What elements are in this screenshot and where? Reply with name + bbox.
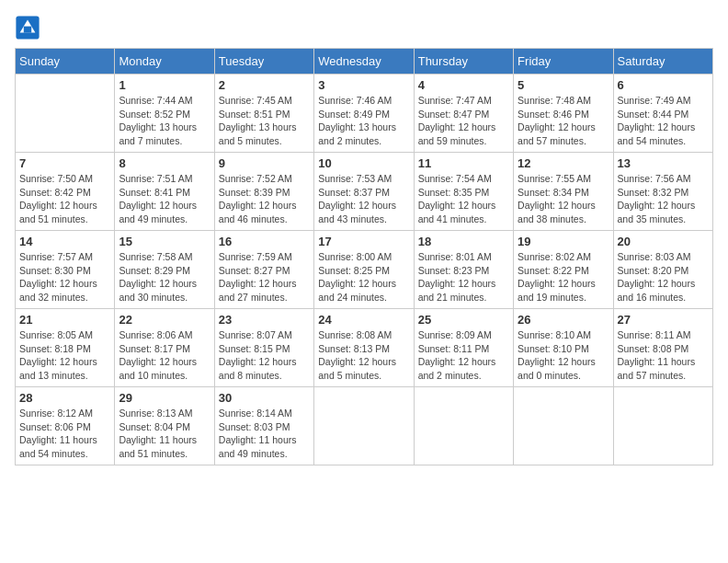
day-cell: 26Sunrise: 8:10 AMSunset: 8:10 PMDayligh… (514, 309, 613, 387)
day-cell: 1Sunrise: 7:44 AMSunset: 8:52 PMDaylight… (115, 75, 214, 153)
day-number: 27 (618, 313, 709, 327)
day-info: Sunrise: 7:58 AMSunset: 8:29 PMDaylight:… (119, 250, 210, 304)
day-number: 22 (119, 313, 210, 327)
day-cell (414, 387, 513, 465)
header-cell-friday: Friday (514, 49, 613, 75)
day-cell: 2Sunrise: 7:45 AMSunset: 8:51 PMDaylight… (214, 75, 313, 153)
day-cell: 6Sunrise: 7:49 AMSunset: 8:44 PMDaylight… (613, 75, 712, 153)
day-cell: 28Sunrise: 8:12 AMSunset: 8:06 PMDayligh… (16, 387, 115, 465)
day-cell: 19Sunrise: 8:02 AMSunset: 8:22 PMDayligh… (514, 231, 613, 309)
day-number: 3 (318, 78, 409, 92)
day-info: Sunrise: 7:45 AMSunset: 8:51 PMDaylight:… (219, 94, 310, 148)
day-number: 29 (119, 391, 210, 405)
calendar-body: 1Sunrise: 7:44 AMSunset: 8:52 PMDaylight… (16, 75, 713, 465)
day-cell (514, 387, 613, 465)
day-cell (314, 387, 414, 465)
header-cell-tuesday: Tuesday (214, 49, 313, 75)
day-number: 25 (418, 313, 509, 327)
day-number: 18 (418, 235, 509, 248)
day-info: Sunrise: 7:48 AMSunset: 8:46 PMDaylight:… (518, 94, 609, 148)
day-info: Sunrise: 7:54 AMSunset: 8:35 PMDaylight:… (418, 172, 509, 226)
header-cell-sunday: Sunday (16, 49, 115, 75)
day-info: Sunrise: 8:13 AMSunset: 8:04 PMDaylight:… (119, 407, 210, 461)
day-cell: 5Sunrise: 7:48 AMSunset: 8:46 PMDaylight… (514, 75, 613, 153)
day-cell: 4Sunrise: 7:47 AMSunset: 8:47 PMDaylight… (414, 75, 513, 153)
day-cell: 23Sunrise: 8:07 AMSunset: 8:15 PMDayligh… (214, 309, 313, 387)
day-number: 5 (518, 78, 609, 92)
day-info: Sunrise: 8:07 AMSunset: 8:15 PMDaylight:… (219, 328, 310, 383)
day-cell: 12Sunrise: 7:55 AMSunset: 8:34 PMDayligh… (514, 153, 613, 231)
day-cell: 14Sunrise: 7:57 AMSunset: 8:30 PMDayligh… (16, 231, 115, 309)
day-info: Sunrise: 7:46 AMSunset: 8:49 PMDaylight:… (318, 94, 409, 148)
page-header (15, 15, 713, 40)
day-cell: 3Sunrise: 7:46 AMSunset: 8:49 PMDaylight… (314, 75, 414, 153)
day-number: 6 (618, 78, 709, 92)
week-row-3: 14Sunrise: 7:57 AMSunset: 8:30 PMDayligh… (16, 231, 713, 309)
day-number: 10 (318, 156, 409, 170)
day-number: 26 (518, 313, 609, 327)
day-cell: 10Sunrise: 7:53 AMSunset: 8:37 PMDayligh… (314, 153, 414, 231)
header-cell-wednesday: Wednesday (314, 49, 414, 75)
week-row-5: 28Sunrise: 8:12 AMSunset: 8:06 PMDayligh… (16, 387, 713, 465)
header-cell-thursday: Thursday (414, 49, 513, 75)
day-info: Sunrise: 7:47 AMSunset: 8:47 PMDaylight:… (418, 94, 509, 148)
day-cell: 27Sunrise: 8:11 AMSunset: 8:08 PMDayligh… (613, 309, 712, 387)
day-info: Sunrise: 8:06 AMSunset: 8:17 PMDaylight:… (119, 328, 210, 383)
day-number: 30 (219, 391, 310, 405)
day-number: 23 (219, 313, 310, 327)
day-cell (613, 387, 712, 465)
day-info: Sunrise: 8:11 AMSunset: 8:08 PMDaylight:… (618, 328, 709, 383)
day-number: 4 (418, 78, 509, 92)
header-cell-saturday: Saturday (613, 49, 712, 75)
day-info: Sunrise: 7:50 AMSunset: 8:42 PMDaylight:… (19, 172, 110, 226)
day-info: Sunrise: 7:52 AMSunset: 8:39 PMDaylight:… (219, 172, 310, 226)
day-cell: 11Sunrise: 7:54 AMSunset: 8:35 PMDayligh… (414, 153, 513, 231)
day-cell: 20Sunrise: 8:03 AMSunset: 8:20 PMDayligh… (613, 231, 712, 309)
day-info: Sunrise: 8:03 AMSunset: 8:20 PMDaylight:… (618, 250, 709, 304)
calendar-header: SundayMondayTuesdayWednesdayThursdayFrid… (16, 49, 713, 75)
day-info: Sunrise: 7:59 AMSunset: 8:27 PMDaylight:… (219, 250, 310, 304)
day-cell: 9Sunrise: 7:52 AMSunset: 8:39 PMDaylight… (214, 153, 313, 231)
day-number: 2 (219, 78, 310, 92)
day-cell: 22Sunrise: 8:06 AMSunset: 8:17 PMDayligh… (115, 309, 214, 387)
svg-rect-2 (24, 27, 31, 33)
day-cell: 24Sunrise: 8:08 AMSunset: 8:13 PMDayligh… (314, 309, 414, 387)
day-info: Sunrise: 7:44 AMSunset: 8:52 PMDaylight:… (119, 94, 210, 148)
day-cell: 7Sunrise: 7:50 AMSunset: 8:42 PMDaylight… (16, 153, 115, 231)
day-number: 1 (119, 78, 210, 92)
day-info: Sunrise: 7:55 AMSunset: 8:34 PMDaylight:… (518, 172, 609, 226)
day-cell: 18Sunrise: 8:01 AMSunset: 8:23 PMDayligh… (414, 231, 513, 309)
day-info: Sunrise: 8:14 AMSunset: 8:03 PMDaylight:… (219, 407, 310, 461)
day-info: Sunrise: 8:00 AMSunset: 8:25 PMDaylight:… (318, 250, 409, 304)
day-number: 11 (418, 156, 509, 170)
week-row-4: 21Sunrise: 8:05 AMSunset: 8:18 PMDayligh… (16, 309, 713, 387)
logo-icon (15, 15, 40, 40)
day-info: Sunrise: 8:08 AMSunset: 8:13 PMDaylight:… (318, 328, 409, 383)
day-number: 12 (518, 156, 609, 170)
logo (15, 15, 44, 40)
calendar-table: SundayMondayTuesdayWednesdayThursdayFrid… (15, 48, 713, 465)
day-number: 9 (219, 156, 310, 170)
day-cell: 30Sunrise: 8:14 AMSunset: 8:03 PMDayligh… (214, 387, 313, 465)
day-info: Sunrise: 8:12 AMSunset: 8:06 PMDaylight:… (19, 407, 110, 461)
day-info: Sunrise: 7:56 AMSunset: 8:32 PMDaylight:… (618, 172, 709, 226)
day-cell: 15Sunrise: 7:58 AMSunset: 8:29 PMDayligh… (115, 231, 214, 309)
day-number: 17 (318, 235, 409, 248)
day-cell: 16Sunrise: 7:59 AMSunset: 8:27 PMDayligh… (214, 231, 313, 309)
day-cell: 17Sunrise: 8:00 AMSunset: 8:25 PMDayligh… (314, 231, 414, 309)
day-number: 28 (19, 391, 110, 405)
day-info: Sunrise: 8:10 AMSunset: 8:10 PMDaylight:… (518, 328, 609, 383)
day-cell: 21Sunrise: 8:05 AMSunset: 8:18 PMDayligh… (16, 309, 115, 387)
day-number: 16 (219, 235, 310, 248)
day-info: Sunrise: 7:49 AMSunset: 8:44 PMDaylight:… (618, 94, 709, 148)
day-info: Sunrise: 8:01 AMSunset: 8:23 PMDaylight:… (418, 250, 509, 304)
day-number: 7 (19, 156, 110, 170)
header-cell-monday: Monday (115, 49, 214, 75)
day-info: Sunrise: 8:05 AMSunset: 8:18 PMDaylight:… (19, 328, 110, 383)
day-cell (16, 75, 115, 153)
day-number: 21 (19, 313, 110, 327)
header-row: SundayMondayTuesdayWednesdayThursdayFrid… (16, 49, 713, 75)
day-cell: 13Sunrise: 7:56 AMSunset: 8:32 PMDayligh… (613, 153, 712, 231)
day-number: 15 (119, 235, 210, 248)
day-cell: 29Sunrise: 8:13 AMSunset: 8:04 PMDayligh… (115, 387, 214, 465)
